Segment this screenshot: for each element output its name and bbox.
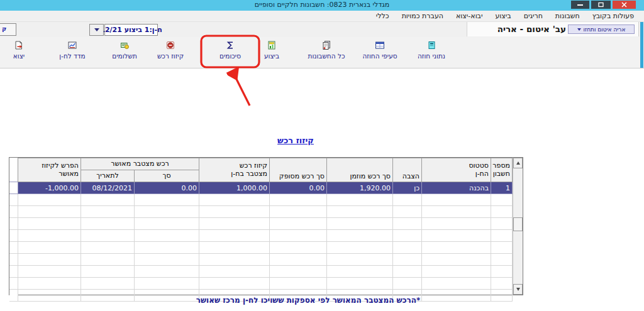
scroll-down-button[interactable] xyxy=(513,284,523,295)
toolbar-label: מדד לח-ן xyxy=(59,52,85,60)
purchase-offset-table: מספר חשבון סטטוס הח-ן הצבה סך רכש מוזמן … xyxy=(9,157,523,295)
cell-approved-sum: 0.00 xyxy=(135,182,199,194)
cell-gutter xyxy=(9,182,18,194)
account-period-dropdown[interactable] xyxy=(89,24,104,36)
execution-icon xyxy=(267,40,277,51)
toolbar-label: יצוא xyxy=(13,52,25,60)
menu-accounts[interactable]: חשבונות xyxy=(549,11,586,21)
cell-offset-accumulated: 1,000.00 xyxy=(199,182,270,194)
menu-execution[interactable]: ביצוע xyxy=(489,11,517,21)
cell-supplied-total: 0.00 xyxy=(270,182,327,194)
toolbar-button-totals[interactable]: סיכומים xyxy=(210,40,250,65)
col-header-account-number: מספר חשבון xyxy=(491,158,513,182)
table-row-empty xyxy=(9,242,513,254)
table-row-empty xyxy=(9,230,513,242)
purchase-offset-icon xyxy=(165,40,175,51)
chevron-down-icon xyxy=(94,28,99,31)
col-header-approved-sum: סך xyxy=(135,170,199,182)
cell-status: בהכנה xyxy=(422,182,491,194)
window-title: מגדלי בנארית 0823: חשבונות חלקיים וסופיי… xyxy=(0,1,644,9)
application-window: מגדלי בנארית 0823: חשבונות חלקיים וסופיי… xyxy=(0,0,644,311)
toolbar-label: כל החשבונות xyxy=(308,52,345,60)
table-row-empty xyxy=(9,206,513,218)
arrow-down-icon xyxy=(516,288,520,291)
toolbar-button-index[interactable]: מדד לח-ן xyxy=(52,40,92,65)
company-selector-label: אריה איטום ותחזו xyxy=(584,26,626,33)
index-chart-icon xyxy=(67,40,77,51)
close-icon xyxy=(621,2,627,8)
company-selector[interactable]: אריה איטום ותחזו xyxy=(568,25,635,34)
toolbar-button-contract-sections[interactable]: סעיפי החוזה xyxy=(360,40,400,65)
clipped-edge-label: ק xyxy=(2,25,6,32)
account-header-bar: עב' איטום - אריה אריה איטום ותחזו ח-ן:1 … xyxy=(0,22,644,38)
table-row-selected[interactable]: 1 בהכנה כן 1,920.00 0.00 1,000.00 0.00 0… xyxy=(9,182,513,194)
toolbar-label: נתוני חוזה xyxy=(418,52,445,60)
toolbar-label: סיכומים xyxy=(219,52,241,60)
table-row-empty xyxy=(9,278,513,290)
toolbar-button-purchase-offset[interactable]: קיזוז רכש xyxy=(150,40,191,65)
col-header-approved-offset-diff: הפרש לקיזוז מאושר xyxy=(18,158,81,182)
col-header-gutter xyxy=(9,158,18,182)
table-body: 1 בהכנה כן 1,920.00 0.00 1,000.00 0.00 0… xyxy=(9,182,513,302)
clipped-edge-control[interactable]: ק xyxy=(0,23,16,36)
arrow-up-icon xyxy=(516,161,520,165)
totals-sigma-icon xyxy=(225,40,235,51)
table-row-empty xyxy=(9,254,513,266)
minimize-icon xyxy=(577,4,583,6)
table-row-empty xyxy=(9,194,513,206)
toolbar-label: קיזוז רכש xyxy=(157,52,184,60)
col-header-assignment: הצבה xyxy=(393,158,422,182)
vertical-scrollbar[interactable] xyxy=(513,158,523,295)
account-period-value[interactable]: ח-ן:1 ביצוע 12/21 xyxy=(104,24,158,36)
cell-approved-offset-diff: -1,000.00 xyxy=(18,182,81,194)
menu-bar: פעולות בקובץ חשבונות חריגים ביצוע יבוא-י… xyxy=(0,11,644,22)
annotation-arrow xyxy=(235,75,250,106)
close-button[interactable] xyxy=(613,1,636,9)
account-title: עב' איטום - אריה xyxy=(497,24,566,34)
menu-quantity-transfer[interactable]: העברת כמויות xyxy=(396,11,450,21)
contract-sections-icon xyxy=(375,40,385,51)
menu-general[interactable]: כללי xyxy=(370,11,396,21)
table-footnote: *הרכש המצטבר המאושר לפי אספקות ששויכו לח… xyxy=(151,296,465,305)
menu-file-operations[interactable]: פעולות בקובץ xyxy=(586,11,640,21)
cell-account-number: 1 xyxy=(491,182,513,194)
table-row-empty xyxy=(9,218,513,230)
cell-approved-date: 08/12/2021 xyxy=(81,182,135,194)
table-header: מספר חשבון סטטוס הח-ן הצבה סך רכש מוזמן … xyxy=(9,158,513,182)
maximize-icon xyxy=(598,2,604,8)
minimize-button[interactable] xyxy=(571,1,589,9)
toolbar-label: סעיפי החוזה xyxy=(362,52,397,60)
col-header-status: סטטוס הח-ן xyxy=(422,158,491,182)
section-title-link[interactable]: קיזוז רכש xyxy=(214,136,377,145)
toolbar-button-execution[interactable]: ביצוע xyxy=(252,40,292,65)
payments-icon xyxy=(119,40,130,51)
contract-data-icon xyxy=(426,40,436,51)
data-grid: מספר חשבון סטטוס הח-ן הצבה סך רכש מוזמן … xyxy=(9,158,513,302)
col-header-ordered-total: סך רכש מוזמן xyxy=(327,158,393,182)
toolbar-button-all-accounts[interactable]: כל החשבונות xyxy=(306,40,347,65)
toolbar-label: ביצוע xyxy=(264,52,279,60)
toolbar-button-payments[interactable]: תשלומים xyxy=(104,40,145,65)
menu-exceptions[interactable]: חריגים xyxy=(518,11,549,21)
toolbar-button-contract-data[interactable]: נתוני חוזה xyxy=(411,40,452,65)
col-header-approved-accumulated-group: רכש מצטבר מאושר xyxy=(81,158,199,170)
scroll-up-button[interactable] xyxy=(513,158,523,168)
title-bar: מגדלי בנארית 0823: חשבונות חלקיים וסופיי… xyxy=(0,0,644,11)
maximize-button[interactable] xyxy=(591,1,611,9)
toolbar-label: תשלומים xyxy=(112,52,137,60)
cell-assignment: כן xyxy=(393,182,422,194)
col-header-offset-accumulated: קיזוז רכש מצטבר בח-ן xyxy=(199,158,270,182)
scrollbar-thumb[interactable] xyxy=(513,217,523,231)
export-icon xyxy=(14,40,24,51)
cell-ordered-total: 1,920.00 xyxy=(327,182,393,194)
toolbar-button-export[interactable]: יצוא xyxy=(0,40,39,65)
col-header-approved-date: לתאריך xyxy=(81,170,135,182)
all-accounts-icon xyxy=(321,40,331,51)
accent-strip xyxy=(640,22,643,68)
col-header-supplied-total: סך רכש מסופק xyxy=(270,158,327,182)
menu-import-export[interactable]: יבוא-יצוא xyxy=(450,11,489,21)
table-row-empty xyxy=(9,266,513,278)
toolbar: נתוני חוזה סעיפי החוזה כל החשבונות ביצוע xyxy=(0,37,644,68)
chevron-down-icon xyxy=(577,28,581,31)
